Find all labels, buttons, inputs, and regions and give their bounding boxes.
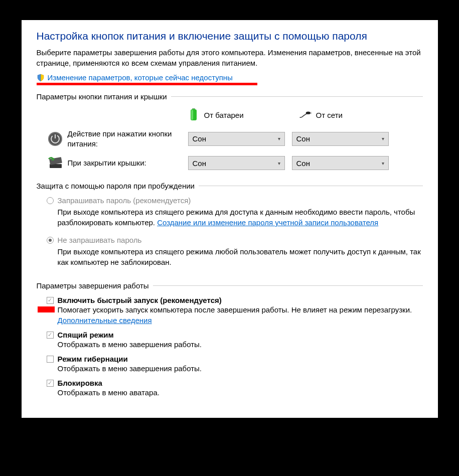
- section-power-buttons-header: Параметры кнопки питания и крышки: [37, 92, 167, 101]
- highlight-marker: [38, 306, 55, 312]
- svg-rect-4: [310, 112, 312, 113]
- lock-title: Блокировка: [58, 379, 102, 387]
- require-password-label: Запрашивать пароль (рекомендуется): [58, 196, 191, 205]
- hibernate-desc: Отображать в меню завершения работы.: [58, 363, 423, 374]
- svg-point-3: [305, 112, 310, 114]
- page-subtitle: Выберите параметры завершения работы для…: [37, 47, 423, 68]
- lock-checkbox[interactable]: [47, 380, 54, 387]
- highlight-underline: [37, 83, 257, 85]
- sleep-title: Спящий режим: [58, 331, 114, 339]
- lock-desc: Отображать в меню аватара.: [58, 387, 423, 398]
- no-password-radio[interactable]: [47, 237, 54, 244]
- power-button-battery-select[interactable]: Сон ▾: [188, 132, 285, 146]
- plug-icon: [299, 107, 312, 123]
- require-password-desc: При выходе компьютера из спящего режима …: [58, 207, 423, 228]
- section-shutdown-header: Параметры завершения работы: [37, 281, 149, 290]
- svg-rect-5: [310, 113, 312, 114]
- column-battery-header: От батареи: [187, 107, 244, 123]
- chevron-down-icon: ▾: [382, 136, 384, 141]
- learn-more-link[interactable]: Дополнительные сведения: [58, 316, 152, 325]
- power-options-panel: Настройка кнопок питания и включение защ…: [22, 20, 438, 418]
- chevron-down-icon: ▾: [278, 161, 280, 166]
- hibernate-checkbox[interactable]: [47, 356, 54, 363]
- page-title: Настройка кнопок питания и включение защ…: [37, 30, 423, 42]
- no-password-label: Не запрашивать пароль: [58, 236, 142, 244]
- sleep-checkbox[interactable]: [47, 332, 54, 339]
- change-unavailable-settings-link[interactable]: Изменение параметров, которые сейчас нед…: [48, 73, 233, 82]
- no-password-desc: При выходе компьютера из спящего режима …: [58, 246, 423, 267]
- section-password-header: Защита с помощью пароля при пробуждении: [37, 182, 195, 190]
- battery-icon: [187, 107, 200, 123]
- svg-rect-2: [191, 110, 193, 120]
- column-plugged-header: От сети: [299, 107, 343, 123]
- sleep-desc: Отображать в меню завершения работы.: [58, 339, 423, 350]
- require-password-radio[interactable]: [47, 197, 54, 204]
- lid-close-plugged-select[interactable]: Сон ▾: [292, 156, 389, 170]
- chevron-down-icon: ▾: [278, 136, 280, 141]
- power-button-icon: [47, 130, 64, 147]
- create-password-link[interactable]: Создание или изменение пароля учетной за…: [157, 218, 378, 227]
- shield-icon: [37, 74, 45, 82]
- lid-close-action-label: При закрытии крышки:: [68, 158, 188, 168]
- power-button-plugged-select[interactable]: Сон ▾: [292, 132, 389, 146]
- fast-startup-checkbox[interactable]: [47, 297, 54, 304]
- power-button-action-label: Действие при нажатии кнопки питания:: [68, 129, 188, 148]
- lid-close-battery-select[interactable]: Сон ▾: [188, 156, 285, 170]
- fast-startup-title: Включить быстрый запуск (рекомендуется): [58, 296, 222, 304]
- chevron-down-icon: ▾: [382, 161, 384, 166]
- hibernate-title: Режим гибернации: [58, 355, 128, 363]
- lid-close-icon: [47, 154, 64, 172]
- fast-startup-desc: Помогает ускорить запуск компьютера посл…: [58, 304, 423, 326]
